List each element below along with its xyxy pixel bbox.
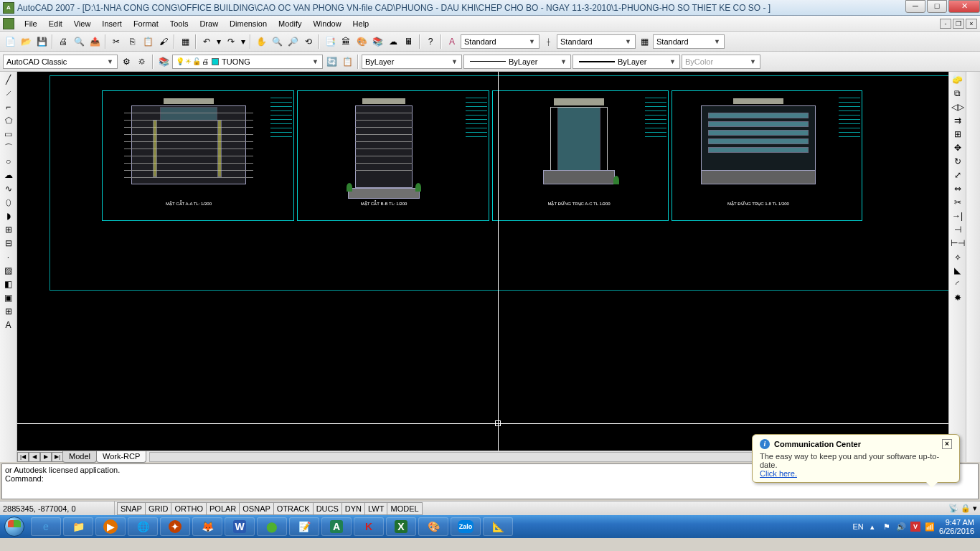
status-dyn[interactable]: DYN bbox=[341, 502, 365, 515]
markup-icon[interactable]: ☁ bbox=[386, 34, 400, 49]
extend-icon[interactable]: →| bbox=[951, 209, 965, 222]
point-icon[interactable]: · bbox=[1, 250, 16, 263]
chamfer-icon[interactable]: ◣ bbox=[951, 264, 965, 277]
comm-link[interactable]: Click here. bbox=[760, 469, 797, 478]
start-button[interactable] bbox=[0, 515, 29, 538]
mdi-restore[interactable]: ❐ bbox=[953, 19, 964, 29]
paste-icon[interactable]: 📋 bbox=[141, 34, 155, 49]
layer-select[interactable]: 💡 ☀ 🔓 🖨 TUONG ▼ bbox=[172, 55, 323, 69]
status-otrack[interactable]: OTRACK bbox=[273, 502, 314, 515]
arc-icon[interactable]: ⌒ bbox=[1, 141, 16, 154]
menu-view[interactable]: View bbox=[68, 18, 97, 29]
move-icon[interactable]: ✥ bbox=[951, 141, 965, 154]
polygon-icon[interactable]: ⬠ bbox=[1, 114, 16, 127]
gradient-icon[interactable]: ◧ bbox=[1, 278, 16, 291]
lineweight-select[interactable]: ByLayer▼ bbox=[573, 55, 680, 69]
copy-icon[interactable]: ⎘ bbox=[125, 34, 139, 49]
my-workspace-icon[interactable]: ⛭ bbox=[135, 55, 149, 69]
tab-model[interactable]: Model bbox=[62, 451, 97, 463]
tray-lang[interactable]: EN bbox=[853, 522, 863, 532]
text-style-select[interactable]: Standard▼ bbox=[461, 34, 540, 49]
array-icon[interactable]: ⊞ bbox=[951, 128, 965, 141]
menu-tools[interactable]: Tools bbox=[164, 18, 194, 29]
plotstyle-select[interactable]: ByColor▼ bbox=[682, 55, 760, 69]
taskbar-coccoc[interactable]: ⬤ bbox=[257, 517, 287, 536]
dim-style-select[interactable]: Standard▼ bbox=[557, 34, 636, 49]
qnew-icon[interactable]: 📄 bbox=[3, 34, 17, 49]
status-ducs[interactable]: DUCS bbox=[313, 502, 342, 515]
menu-dimension[interactable]: Dimension bbox=[224, 18, 273, 29]
design-center-icon[interactable]: 🏛 bbox=[339, 34, 353, 49]
vscroll[interactable] bbox=[966, 72, 980, 462]
join-icon[interactable]: ⟡ bbox=[951, 250, 965, 263]
revision-cloud-icon[interactable]: ☁ bbox=[1, 169, 16, 182]
rotate-icon[interactable]: ↻ bbox=[951, 155, 965, 168]
taskbar-chrome[interactable]: 🌐 bbox=[128, 517, 158, 536]
taskbar-explorer[interactable]: 📁 bbox=[63, 517, 93, 536]
layer-previous-icon[interactable]: 🔄 bbox=[324, 55, 339, 69]
doc-icon[interactable] bbox=[3, 18, 14, 29]
undo-icon[interactable]: ↶ bbox=[199, 34, 214, 49]
minimize-button[interactable]: ─ bbox=[905, 0, 925, 13]
status-model[interactable]: MODEL bbox=[387, 502, 422, 515]
tray-unikey-icon[interactable]: V bbox=[910, 522, 920, 532]
menu-edit[interactable]: Edit bbox=[43, 18, 68, 29]
layer-states-icon[interactable]: 📋 bbox=[340, 55, 354, 69]
break-at-point-icon[interactable]: ⊣ bbox=[951, 223, 965, 236]
tab-prev-icon[interactable]: ◀ bbox=[29, 452, 40, 462]
status-ortho[interactable]: ORTHO bbox=[171, 502, 207, 515]
plot-preview-icon[interactable]: 🔍 bbox=[72, 34, 86, 49]
taskbar-ie[interactable]: e bbox=[31, 517, 61, 536]
comm-close-button[interactable]: × bbox=[942, 439, 952, 449]
toolbar-menu-icon[interactable]: ▾ bbox=[973, 504, 977, 513]
taskbar-app2[interactable]: 📝 bbox=[289, 517, 319, 536]
menu-modify[interactable]: Modify bbox=[273, 18, 307, 29]
linetype-select[interactable]: ByLayer▼ bbox=[463, 55, 571, 69]
undo-dropdown-icon[interactable]: ▾ bbox=[215, 34, 222, 49]
text-style-icon[interactable]: A bbox=[445, 34, 459, 49]
tray-flag-icon[interactable]: ⚑ bbox=[882, 522, 892, 532]
taskbar-app1[interactable]: ✦ bbox=[160, 517, 190, 536]
match-properties-icon[interactable]: 🖌 bbox=[156, 34, 171, 49]
layer-properties-icon[interactable]: 📚 bbox=[156, 55, 171, 69]
hatch-icon[interactable]: ▨ bbox=[1, 264, 16, 277]
taskbar-excel[interactable]: X bbox=[386, 517, 416, 536]
trim-icon[interactable]: ✂ bbox=[951, 196, 965, 209]
circle-icon[interactable]: ○ bbox=[1, 155, 16, 168]
help-icon[interactable]: ? bbox=[423, 34, 438, 49]
ellipse-arc-icon[interactable]: ◗ bbox=[1, 209, 16, 222]
line-icon[interactable]: ╱ bbox=[1, 73, 16, 86]
comm-center-icon[interactable]: 📡 bbox=[948, 504, 958, 513]
taskbar-app3[interactable]: A bbox=[321, 517, 352, 536]
color-select[interactable]: ByLayer▼ bbox=[362, 55, 462, 69]
menu-draw[interactable]: Draw bbox=[194, 18, 224, 29]
table-style-select[interactable]: Standard▼ bbox=[653, 34, 725, 49]
menu-format[interactable]: Format bbox=[128, 18, 164, 29]
plot-icon[interactable]: 🖨 bbox=[56, 34, 70, 49]
menu-window[interactable]: Window bbox=[307, 18, 347, 29]
construction-line-icon[interactable]: ⟋ bbox=[1, 87, 16, 100]
taskbar-mediaplayer[interactable]: ▶ bbox=[95, 517, 126, 536]
sheet-set-icon[interactable]: 📚 bbox=[370, 34, 385, 49]
mdi-close[interactable]: × bbox=[966, 19, 977, 29]
zoom-previous-icon[interactable]: ⟲ bbox=[301, 34, 316, 49]
maximize-button[interactable]: □ bbox=[927, 0, 947, 13]
make-block-icon[interactable]: ⊟ bbox=[1, 237, 16, 250]
table-icon[interactable]: ⊞ bbox=[1, 305, 16, 318]
workspace-settings-icon[interactable]: ⚙ bbox=[119, 55, 133, 69]
taskbar-autocad[interactable]: 📐 bbox=[483, 517, 513, 536]
publish-icon[interactable]: 📤 bbox=[88, 34, 102, 49]
menu-file[interactable]: File bbox=[19, 18, 43, 29]
zoom-realtime-icon[interactable]: 🔍 bbox=[270, 34, 284, 49]
mtext-icon[interactable]: A bbox=[1, 319, 16, 331]
table-style-icon[interactable]: ▦ bbox=[637, 34, 651, 49]
lock-ui-icon[interactable]: 🔒 bbox=[961, 504, 971, 513]
polyline-icon[interactable]: ⌐ bbox=[1, 100, 16, 113]
rectangle-icon[interactable]: ▭ bbox=[1, 128, 16, 141]
spline-icon[interactable]: ∿ bbox=[1, 182, 16, 195]
open-icon[interactable]: 📂 bbox=[19, 34, 33, 49]
tab-first-icon[interactable]: |◀ bbox=[17, 452, 29, 462]
taskbar-firefox[interactable]: 🦊 bbox=[192, 517, 222, 536]
properties-icon[interactable]: 📑 bbox=[323, 34, 337, 49]
status-grid[interactable]: GRID bbox=[145, 502, 172, 515]
